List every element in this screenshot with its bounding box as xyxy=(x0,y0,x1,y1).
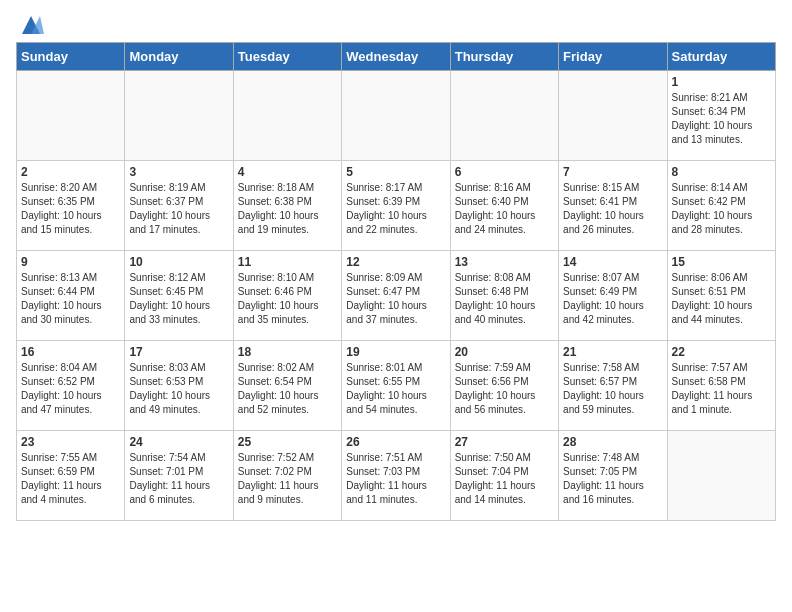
day-cell xyxy=(233,71,341,161)
day-cell: 2Sunrise: 8:20 AM Sunset: 6:35 PM Daylig… xyxy=(17,161,125,251)
calendar-header: SundayMondayTuesdayWednesdayThursdayFrid… xyxy=(17,43,776,71)
day-info: Sunrise: 8:01 AM Sunset: 6:55 PM Dayligh… xyxy=(346,361,445,417)
day-number: 2 xyxy=(21,165,120,179)
day-number: 18 xyxy=(238,345,337,359)
day-number: 5 xyxy=(346,165,445,179)
day-info: Sunrise: 8:16 AM Sunset: 6:40 PM Dayligh… xyxy=(455,181,554,237)
day-info: Sunrise: 8:14 AM Sunset: 6:42 PM Dayligh… xyxy=(672,181,771,237)
day-cell: 8Sunrise: 8:14 AM Sunset: 6:42 PM Daylig… xyxy=(667,161,775,251)
weekday-header-monday: Monday xyxy=(125,43,233,71)
day-number: 23 xyxy=(21,435,120,449)
day-cell: 13Sunrise: 8:08 AM Sunset: 6:48 PM Dayli… xyxy=(450,251,558,341)
day-cell: 28Sunrise: 7:48 AM Sunset: 7:05 PM Dayli… xyxy=(559,431,667,521)
day-cell: 1Sunrise: 8:21 AM Sunset: 6:34 PM Daylig… xyxy=(667,71,775,161)
day-number: 26 xyxy=(346,435,445,449)
week-row-3: 9Sunrise: 8:13 AM Sunset: 6:44 PM Daylig… xyxy=(17,251,776,341)
day-cell: 25Sunrise: 7:52 AM Sunset: 7:02 PM Dayli… xyxy=(233,431,341,521)
day-number: 28 xyxy=(563,435,662,449)
day-info: Sunrise: 8:09 AM Sunset: 6:47 PM Dayligh… xyxy=(346,271,445,327)
day-number: 15 xyxy=(672,255,771,269)
day-cell xyxy=(125,71,233,161)
day-number: 16 xyxy=(21,345,120,359)
day-number: 1 xyxy=(672,75,771,89)
day-info: Sunrise: 8:07 AM Sunset: 6:49 PM Dayligh… xyxy=(563,271,662,327)
day-number: 9 xyxy=(21,255,120,269)
day-cell: 10Sunrise: 8:12 AM Sunset: 6:45 PM Dayli… xyxy=(125,251,233,341)
day-info: Sunrise: 7:51 AM Sunset: 7:03 PM Dayligh… xyxy=(346,451,445,507)
day-cell: 19Sunrise: 8:01 AM Sunset: 6:55 PM Dayli… xyxy=(342,341,450,431)
weekday-header-wednesday: Wednesday xyxy=(342,43,450,71)
day-cell: 11Sunrise: 8:10 AM Sunset: 6:46 PM Dayli… xyxy=(233,251,341,341)
day-cell: 6Sunrise: 8:16 AM Sunset: 6:40 PM Daylig… xyxy=(450,161,558,251)
day-cell: 26Sunrise: 7:51 AM Sunset: 7:03 PM Dayli… xyxy=(342,431,450,521)
day-cell: 17Sunrise: 8:03 AM Sunset: 6:53 PM Dayli… xyxy=(125,341,233,431)
day-info: Sunrise: 8:13 AM Sunset: 6:44 PM Dayligh… xyxy=(21,271,120,327)
weekday-row: SundayMondayTuesdayWednesdayThursdayFrid… xyxy=(17,43,776,71)
day-info: Sunrise: 8:17 AM Sunset: 6:39 PM Dayligh… xyxy=(346,181,445,237)
weekday-header-sunday: Sunday xyxy=(17,43,125,71)
day-number: 21 xyxy=(563,345,662,359)
day-info: Sunrise: 8:03 AM Sunset: 6:53 PM Dayligh… xyxy=(129,361,228,417)
day-cell: 9Sunrise: 8:13 AM Sunset: 6:44 PM Daylig… xyxy=(17,251,125,341)
day-number: 8 xyxy=(672,165,771,179)
day-cell: 14Sunrise: 8:07 AM Sunset: 6:49 PM Dayli… xyxy=(559,251,667,341)
day-info: Sunrise: 7:57 AM Sunset: 6:58 PM Dayligh… xyxy=(672,361,771,417)
day-info: Sunrise: 7:55 AM Sunset: 6:59 PM Dayligh… xyxy=(21,451,120,507)
logo xyxy=(16,16,44,34)
day-cell xyxy=(450,71,558,161)
week-row-1: 1Sunrise: 8:21 AM Sunset: 6:34 PM Daylig… xyxy=(17,71,776,161)
day-cell: 24Sunrise: 7:54 AM Sunset: 7:01 PM Dayli… xyxy=(125,431,233,521)
day-cell xyxy=(559,71,667,161)
day-number: 24 xyxy=(129,435,228,449)
week-row-2: 2Sunrise: 8:20 AM Sunset: 6:35 PM Daylig… xyxy=(17,161,776,251)
day-cell: 18Sunrise: 8:02 AM Sunset: 6:54 PM Dayli… xyxy=(233,341,341,431)
day-number: 14 xyxy=(563,255,662,269)
day-cell xyxy=(667,431,775,521)
day-info: Sunrise: 8:02 AM Sunset: 6:54 PM Dayligh… xyxy=(238,361,337,417)
day-cell xyxy=(342,71,450,161)
day-cell: 4Sunrise: 8:18 AM Sunset: 6:38 PM Daylig… xyxy=(233,161,341,251)
logo-icon xyxy=(18,16,44,34)
day-number: 7 xyxy=(563,165,662,179)
day-info: Sunrise: 8:06 AM Sunset: 6:51 PM Dayligh… xyxy=(672,271,771,327)
day-cell: 5Sunrise: 8:17 AM Sunset: 6:39 PM Daylig… xyxy=(342,161,450,251)
weekday-header-thursday: Thursday xyxy=(450,43,558,71)
day-number: 20 xyxy=(455,345,554,359)
day-cell: 21Sunrise: 7:58 AM Sunset: 6:57 PM Dayli… xyxy=(559,341,667,431)
day-number: 12 xyxy=(346,255,445,269)
day-info: Sunrise: 8:18 AM Sunset: 6:38 PM Dayligh… xyxy=(238,181,337,237)
day-cell: 7Sunrise: 8:15 AM Sunset: 6:41 PM Daylig… xyxy=(559,161,667,251)
day-cell: 20Sunrise: 7:59 AM Sunset: 6:56 PM Dayli… xyxy=(450,341,558,431)
calendar-body: 1Sunrise: 8:21 AM Sunset: 6:34 PM Daylig… xyxy=(17,71,776,521)
day-cell: 16Sunrise: 8:04 AM Sunset: 6:52 PM Dayli… xyxy=(17,341,125,431)
day-info: Sunrise: 7:58 AM Sunset: 6:57 PM Dayligh… xyxy=(563,361,662,417)
day-number: 13 xyxy=(455,255,554,269)
day-cell: 23Sunrise: 7:55 AM Sunset: 6:59 PM Dayli… xyxy=(17,431,125,521)
day-info: Sunrise: 8:20 AM Sunset: 6:35 PM Dayligh… xyxy=(21,181,120,237)
day-cell xyxy=(17,71,125,161)
weekday-header-friday: Friday xyxy=(559,43,667,71)
day-number: 3 xyxy=(129,165,228,179)
day-number: 27 xyxy=(455,435,554,449)
weekday-header-saturday: Saturday xyxy=(667,43,775,71)
header xyxy=(16,16,776,34)
day-number: 17 xyxy=(129,345,228,359)
day-info: Sunrise: 8:15 AM Sunset: 6:41 PM Dayligh… xyxy=(563,181,662,237)
day-number: 11 xyxy=(238,255,337,269)
day-cell: 12Sunrise: 8:09 AM Sunset: 6:47 PM Dayli… xyxy=(342,251,450,341)
day-number: 6 xyxy=(455,165,554,179)
day-info: Sunrise: 8:12 AM Sunset: 6:45 PM Dayligh… xyxy=(129,271,228,327)
day-number: 25 xyxy=(238,435,337,449)
day-info: Sunrise: 7:59 AM Sunset: 6:56 PM Dayligh… xyxy=(455,361,554,417)
day-info: Sunrise: 8:10 AM Sunset: 6:46 PM Dayligh… xyxy=(238,271,337,327)
day-info: Sunrise: 8:04 AM Sunset: 6:52 PM Dayligh… xyxy=(21,361,120,417)
week-row-5: 23Sunrise: 7:55 AM Sunset: 6:59 PM Dayli… xyxy=(17,431,776,521)
day-cell: 3Sunrise: 8:19 AM Sunset: 6:37 PM Daylig… xyxy=(125,161,233,251)
day-info: Sunrise: 7:50 AM Sunset: 7:04 PM Dayligh… xyxy=(455,451,554,507)
calendar-table: SundayMondayTuesdayWednesdayThursdayFrid… xyxy=(16,42,776,521)
day-info: Sunrise: 8:21 AM Sunset: 6:34 PM Dayligh… xyxy=(672,91,771,147)
weekday-header-tuesday: Tuesday xyxy=(233,43,341,71)
day-number: 10 xyxy=(129,255,228,269)
day-number: 4 xyxy=(238,165,337,179)
day-info: Sunrise: 8:08 AM Sunset: 6:48 PM Dayligh… xyxy=(455,271,554,327)
